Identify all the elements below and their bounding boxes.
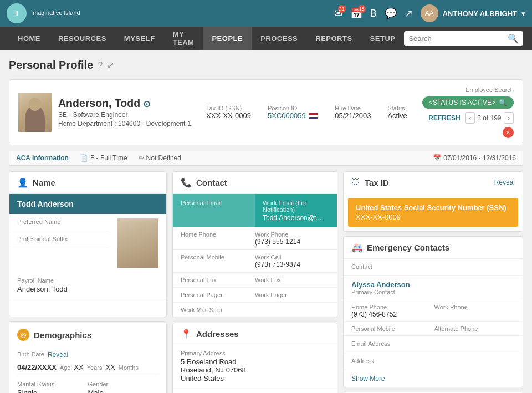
primary-country: United States — [181, 374, 329, 382]
nav-setup[interactable]: SETUP — [361, 27, 405, 50]
personal-fax-group: Personal Fax — [181, 277, 255, 283]
work-pager-label: Work Pager — [255, 292, 329, 298]
calendar-icon[interactable]: 📅 18 — [350, 7, 362, 19]
work-phone-value: (973) 555-1214 — [255, 238, 329, 246]
help-icon[interactable]: ? — [98, 60, 103, 70]
gender-label: Gender — [88, 381, 159, 387]
search-input[interactable] — [408, 34, 504, 43]
tax-id-highlight: United States Social Security Number (SS… — [348, 198, 518, 227]
demographics-icon: ◎ — [17, 329, 29, 341]
addresses-header: 📍 Addresses — [173, 323, 337, 345]
tax-id-label: Tax ID (SSN) — [206, 105, 251, 111]
years-label: Years — [87, 364, 103, 371]
work-pager-group: Work Pager — [255, 292, 329, 298]
mail-icon[interactable]: ✉ 21 — [334, 7, 342, 19]
preferred-name-row: Preferred Name — [9, 214, 109, 231]
right-column: 🛡 Tax ID Reveal United States Social Sec… — [343, 171, 523, 393]
search-button[interactable]: 🔍 — [508, 33, 519, 44]
chat-icon[interactable]: 💬 — [385, 7, 397, 19]
personal-mobile-label: Personal Mobile — [181, 254, 255, 261]
profile-info: Anderson, Todd ⊙ SE - Software Engineer … — [58, 97, 191, 127]
record-count: 3 of 199 — [477, 114, 501, 122]
marital-col: Marital Status Single — [17, 381, 88, 393]
status-label: Status — [387, 105, 407, 111]
top-bar-right: ✉ 21 📅 18 B 💬 ↗ AA ANTHONY ALBRIGHT ▾ — [334, 4, 525, 22]
emergency-header: 🚑 Emergency Contacts — [344, 237, 523, 259]
emergency-show-more[interactable]: Show More — [344, 370, 523, 387]
badge-search-icon: 🔍 — [499, 99, 507, 106]
addresses-icon: 📍 — [181, 329, 192, 339]
marital-label: Marital Status — [17, 381, 88, 387]
share-icon[interactable]: ↗ — [405, 7, 413, 19]
home-phone-label: Home Phone — [181, 231, 255, 238]
nav-myself[interactable]: MYSELF — [115, 27, 164, 50]
employee-search-label: Employee Search — [466, 86, 514, 93]
emerg-home-phone-value: (973) 456-8752 — [351, 310, 432, 318]
gender-col: Gender Male — [88, 381, 159, 393]
profile-name: Anderson, Todd ⊙ — [58, 97, 191, 110]
emerg-email-label: Email Address — [351, 340, 515, 347]
tax-id-header: 🛡 Tax ID Reveal — [344, 172, 523, 193]
middle-column: 📞 Contact Personal Email Work Email (For… — [172, 171, 337, 393]
refresh-button[interactable]: REFRESH — [428, 114, 460, 122]
home-phone-group: Home Phone — [181, 231, 255, 246]
name-section-title: Name — [33, 178, 55, 187]
primary-address-label: Primary Address — [181, 350, 329, 356]
top-bar: II Imaginative Island ✉ 21 📅 18 B 💬 ↗ AA… — [0, 0, 532, 27]
gender-value: Male — [88, 389, 159, 393]
close-button[interactable]: × — [503, 127, 514, 138]
nav-resources[interactable]: RESOURCES — [49, 27, 115, 50]
nav-items: HOME RESOURCES MYSELF MY TEAM PEOPLE PRO… — [9, 27, 404, 50]
name-section-icon: 👤 — [17, 177, 28, 188]
secondary-address-row: Secondary Address — [173, 387, 337, 393]
hire-date-field: Hire Date 05/21/2003 — [335, 105, 371, 120]
prev-button[interactable]: ‹ — [465, 112, 475, 124]
dob-row: 04/22/XXXX Age XX Years XX Months — [17, 362, 158, 376]
aca-status-icon: ✏ — [139, 154, 144, 162]
emergency-contact-label: Contact — [351, 263, 515, 270]
nav-process[interactable]: PROCESS — [252, 27, 306, 50]
emergency-phone-row: Home Phone (973) 456-8752 Work Phone — [344, 300, 523, 322]
demographics-card: ◎ Demographics Birth Date Reveal 04/22/X… — [9, 321, 167, 393]
aca-date-range: 📅 07/01/2016 - 12/31/2016 — [433, 154, 516, 162]
user-area[interactable]: AA ANTHONY ALBRIGHT ▾ — [421, 4, 525, 22]
nav-people[interactable]: PEOPLE — [203, 27, 252, 50]
b-icon[interactable]: B — [370, 8, 377, 19]
profile-forward-icon[interactable]: ⊙ — [143, 99, 150, 109]
employee-name-highlight: Todd Anderson — [9, 194, 166, 214]
main-nav: HOME RESOURCES MYSELF MY TEAM PEOPLE PRO… — [0, 27, 532, 50]
logo-icon: II — [7, 3, 27, 23]
status-badge[interactable]: <STATUS IS ACTIVE> 🔍 — [422, 96, 514, 109]
demographics-fields: Birth Date Reveal 04/22/XXXX Age XX Year… — [9, 346, 166, 393]
nav-home[interactable]: HOME — [9, 27, 49, 50]
aca-label[interactable]: ACA Information — [16, 154, 69, 162]
profile-left: Anderson, Todd ⊙ SE - Software Engineer … — [18, 93, 191, 132]
primary-address-row: Primary Address 5 Roseland Road Roseland… — [173, 345, 337, 387]
tax-id-reveal-button[interactable]: Reveal — [494, 178, 515, 186]
preferred-name-label: Preferred Name — [17, 218, 101, 225]
search-bar[interactable]: 🔍 — [404, 31, 523, 46]
status-value: Active — [387, 111, 407, 120]
aca-status: ✏ Not Defined — [139, 154, 181, 162]
birth-date-reveal[interactable]: Reveal — [48, 351, 68, 359]
position-id-label: Position ID — [268, 105, 318, 111]
employee-photo — [117, 218, 158, 268]
main-grid: 👤 Name Todd Anderson Preferred Name Prof… — [9, 171, 523, 393]
payroll-name-value: Anderson, Todd — [17, 285, 158, 293]
expand-icon[interactable]: ⤢ — [107, 60, 114, 70]
professional-suffix-label: Professional Suffix — [17, 236, 101, 242]
aca-file-icon: 📄 — [80, 154, 88, 162]
emerg-work-phone-group: Work Phone — [434, 304, 515, 318]
addresses-card: 📍 Addresses Primary Address 5 Roseland R… — [172, 323, 337, 393]
name-section-card: 👤 Name Todd Anderson Preferred Name Prof… — [9, 171, 167, 317]
next-button[interactable]: › — [504, 112, 514, 124]
ssn-value: XXX-XX-0009 — [356, 213, 510, 221]
nav-reports[interactable]: REPORTS — [306, 27, 361, 50]
personal-fax-label: Personal Fax — [181, 277, 255, 283]
name-section-header: 👤 Name — [9, 172, 166, 194]
profile-header: Anderson, Todd ⊙ SE - Software Engineer … — [9, 79, 523, 145]
nav-my-team[interactable]: MY TEAM — [164, 27, 203, 50]
age-value: XX — [74, 363, 83, 371]
hire-date-label: Hire Date — [335, 105, 371, 111]
work-cell-label: Work Cell — [255, 254, 329, 261]
